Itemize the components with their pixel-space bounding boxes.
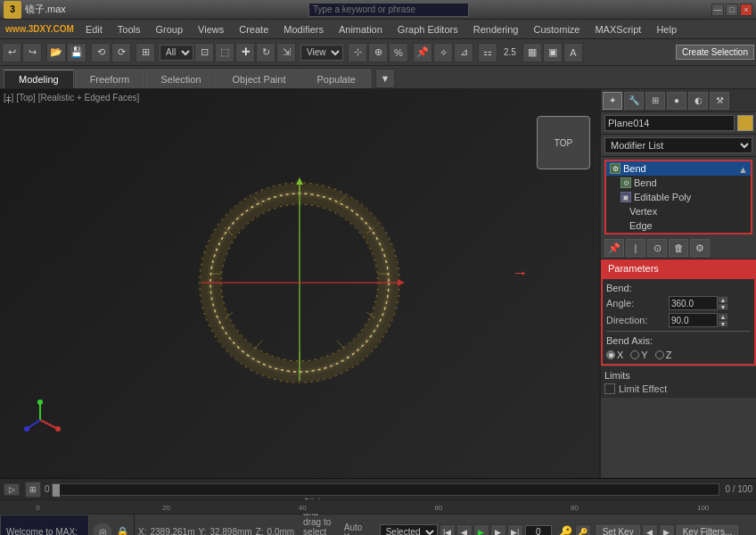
configure-modifier-btn[interactable]: ⚙ xyxy=(690,239,710,257)
go-start-button[interactable]: |◀ xyxy=(440,524,456,536)
rotate-button[interactable]: ↻ xyxy=(256,43,275,62)
menu-group[interactable]: Group xyxy=(149,22,191,37)
key-filters-button[interactable]: Key Filters... xyxy=(677,525,739,535)
auto-key-select[interactable]: Selected xyxy=(380,524,438,536)
menu-views[interactable]: Views xyxy=(191,22,231,37)
panel-tab-modify[interactable]: 🔧 xyxy=(624,92,644,110)
view-select[interactable]: View xyxy=(300,45,343,61)
x-label: X: xyxy=(138,527,146,535)
panel-tab-motion[interactable]: ● xyxy=(667,92,686,110)
filter-select[interactable]: All xyxy=(160,45,193,61)
undo-button[interactable]: ↩ xyxy=(2,43,21,62)
menu-modifiers[interactable]: Modifiers xyxy=(276,22,331,37)
open-button[interactable]: 📂 xyxy=(46,43,66,62)
redo-history-button[interactable]: ⟳ xyxy=(111,43,131,62)
menu-graph-editors[interactable]: Graph Editors xyxy=(390,22,465,37)
angle-down-button[interactable]: ▼ xyxy=(718,303,728,310)
snap-angle-button[interactable]: ⊕ xyxy=(368,43,388,62)
affect-pivot-button[interactable]: ⟡ xyxy=(433,43,453,62)
redo-button[interactable]: ↪ xyxy=(22,43,42,62)
pin-stack-button[interactable]: 📌 xyxy=(413,43,432,62)
tab-object-paint[interactable]: Object Paint xyxy=(218,70,301,88)
angle-input[interactable] xyxy=(669,296,718,310)
next-frame-button[interactable]: ▶ xyxy=(490,524,506,536)
make-unique-btn[interactable]: ⊙ xyxy=(647,239,667,257)
menu-edit[interactable]: Edit xyxy=(78,22,110,37)
maximize-vp-button[interactable]: ⊞ xyxy=(136,43,155,62)
menu-help[interactable]: Help xyxy=(649,22,684,37)
object-color-swatch[interactable] xyxy=(737,115,753,131)
next-key-button[interactable]: ▶ xyxy=(659,524,675,536)
menu-tools[interactable]: Tools xyxy=(111,22,148,37)
prev-frame-button[interactable]: ◀ xyxy=(456,524,472,536)
object-name-input[interactable] xyxy=(604,115,735,131)
tab-expand-button[interactable]: ▼ xyxy=(375,69,395,88)
snap-percent-button[interactable]: % xyxy=(389,43,408,62)
tab-freeform[interactable]: Freeform xyxy=(75,70,145,88)
mirror-button[interactable]: ⊿ xyxy=(454,43,473,62)
axis-x-radio[interactable]: X xyxy=(606,350,623,360)
menu-maxscript[interactable]: MAXScript xyxy=(588,22,648,37)
modifier-stack-item-edge[interactable]: Edge xyxy=(606,218,751,233)
maximize-button[interactable]: □ xyxy=(726,4,738,16)
undo-history-button[interactable]: ⟲ xyxy=(91,43,111,62)
prev-key-button[interactable]: ◀ xyxy=(642,524,658,536)
panel-tab-create[interactable]: ✦ xyxy=(603,92,622,110)
save-button[interactable]: 💾 xyxy=(67,43,86,62)
close-button[interactable]: × xyxy=(740,4,752,16)
direction-up-button[interactable]: ▲ xyxy=(718,313,728,320)
modifier-list-dropdown[interactable]: Modifier List xyxy=(604,137,752,153)
timeline-keys-button[interactable]: ⊞ xyxy=(25,482,41,498)
frame-number-input[interactable] xyxy=(525,525,552,536)
render-button[interactable]: ▦ xyxy=(522,43,542,62)
select-region-button[interactable]: ⬚ xyxy=(215,43,234,62)
play-button[interactable]: ▶ xyxy=(473,524,489,536)
viewport-3d[interactable]: + [+] [Top] [Realistic + Edged Faces] TO… xyxy=(0,89,600,478)
set-key-button[interactable]: 🔑 xyxy=(575,524,591,536)
timeline-expand-button[interactable]: ▷ xyxy=(4,483,20,496)
snap-button[interactable]: ⊹ xyxy=(348,43,367,62)
menu-create[interactable]: Create xyxy=(232,22,275,37)
menu-rendering[interactable]: Rendering xyxy=(466,22,526,37)
modifier-stack-item-bend-selected[interactable]: ⚙ Bend ▲ xyxy=(606,161,751,176)
frame-ruler: 0 20 40 60 80 100 xyxy=(0,499,756,514)
direction-input[interactable] xyxy=(669,313,718,327)
remove-modifier-btn[interactable]: 🗑 xyxy=(669,239,688,257)
timeline-thumb[interactable] xyxy=(53,484,60,497)
axis-z-radio[interactable]: Z xyxy=(655,350,672,360)
menu-animation[interactable]: Animation xyxy=(332,22,390,37)
direction-down-button[interactable]: ▼ xyxy=(718,320,728,327)
modifier-eye-icon[interactable]: ▲ xyxy=(738,164,747,173)
tab-modeling[interactable]: Modeling xyxy=(4,70,74,88)
go-end-button[interactable]: ▶| xyxy=(507,524,523,536)
viewport-icon[interactable]: ◎ xyxy=(93,523,112,536)
limit-effect-checkbox[interactable] xyxy=(604,383,615,394)
axis-y-radio[interactable]: Y xyxy=(630,350,647,360)
panel-tab-hierarchy[interactable]: ⊞ xyxy=(645,92,665,110)
material-editor-button[interactable]: ▣ xyxy=(543,43,563,62)
select-object-button[interactable]: ⊡ xyxy=(194,43,214,62)
minimize-button[interactable]: — xyxy=(711,4,724,16)
tab-selection[interactable]: Selection xyxy=(145,70,216,88)
limit-effect-row: Limit Effect xyxy=(604,383,752,394)
pin-stack-btn[interactable]: 📌 xyxy=(604,239,624,257)
lock-icon[interactable]: 🔒 xyxy=(114,524,130,536)
menu-customize[interactable]: Customize xyxy=(526,22,587,37)
panel-tab-display[interactable]: ◐ xyxy=(688,92,708,110)
scale-button[interactable]: ⇲ xyxy=(276,43,296,62)
modifier-stack-item-vertex[interactable]: Vertex xyxy=(606,204,751,218)
modifier-stack-item-editable-poly[interactable]: ▣ Editable Poly xyxy=(606,190,751,204)
align-button[interactable]: ⚏ xyxy=(478,43,497,62)
modifier-stack-item-bend-2[interactable]: ⚙ Bend xyxy=(606,176,751,190)
angle-up-button[interactable]: ▲ xyxy=(718,296,728,303)
timeline-track[interactable] xyxy=(52,483,720,496)
curve-editor-button[interactable]: A xyxy=(563,43,583,62)
tab-populate[interactable]: Populate xyxy=(301,70,370,88)
set-key-label[interactable]: Set Key xyxy=(596,525,640,535)
navigation-cube[interactable]: TOP xyxy=(537,116,590,169)
select-move-button[interactable]: ✛ xyxy=(235,43,255,62)
show-end-result-btn[interactable]: | xyxy=(626,239,645,257)
panel-tab-utilities[interactable]: ⚒ xyxy=(710,92,729,110)
create-selection-button[interactable]: Create Selection xyxy=(676,45,754,60)
keyword-search-input[interactable] xyxy=(308,3,469,17)
